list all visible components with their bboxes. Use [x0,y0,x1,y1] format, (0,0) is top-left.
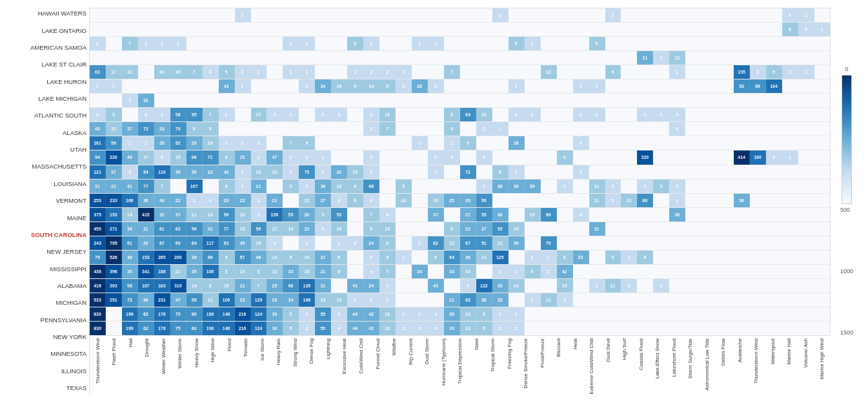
heatmap-cell[interactable]: 31 [203,222,219,236]
heatmap-cell[interactable] [685,108,701,121]
heatmap-cell[interactable]: 45 [235,236,251,250]
heatmap-cell[interactable]: 7 [251,279,267,293]
heatmap-cell[interactable] [525,236,541,250]
heatmap-cell[interactable]: 22 [235,194,251,207]
heatmap-cell[interactable] [396,122,412,136]
heatmap-cell[interactable] [685,293,701,307]
heatmap-cell[interactable] [573,307,589,321]
heatmap-cell[interactable]: 37 [428,208,444,221]
heatmap-cell[interactable] [170,51,187,65]
heatmap-cell[interactable] [669,23,685,36]
heatmap-cell[interactable] [557,94,573,107]
heatmap-cell[interactable]: 37 [106,165,122,179]
heatmap-cell[interactable] [637,279,653,293]
heatmap-cell[interactable]: 20 [138,236,154,250]
heatmap-cell[interactable] [347,94,363,107]
heatmap-cell[interactable] [299,23,315,36]
heatmap-cell[interactable] [621,65,637,79]
heatmap-cell[interactable] [283,122,299,136]
heatmap-cell[interactable] [766,293,782,307]
heatmap-cell[interactable] [363,8,379,22]
heatmap-cell[interactable]: 30 [187,165,203,179]
heatmap-cell[interactable] [315,8,331,22]
heatmap-cell[interactable]: 1 [525,293,541,307]
heatmap-cell[interactable] [106,94,122,107]
heatmap-cell[interactable]: 23 [235,293,251,307]
heatmap-cell[interactable] [782,222,798,236]
heatmap-cell[interactable]: 16 [379,307,396,321]
heatmap-cell[interactable] [669,236,685,250]
heatmap-cell[interactable] [396,279,412,293]
heatmap-cell[interactable] [653,236,669,250]
heatmap-cell[interactable] [814,150,830,164]
heatmap-cell[interactable]: 1 [90,79,106,93]
heatmap-cell[interactable] [589,165,605,179]
heatmap-cell[interactable]: 21 [589,222,605,236]
heatmap-cell[interactable] [766,307,782,321]
heatmap-cell[interactable] [283,94,299,107]
heatmap-cell[interactable] [541,108,557,121]
heatmap-cell[interactable] [685,307,701,321]
heatmap-cell[interactable] [685,251,701,264]
heatmap-cell[interactable]: 41 [122,180,138,193]
heatmap-cell[interactable]: 38 [734,194,750,207]
heatmap-cell[interactable]: 95 [187,108,203,121]
heatmap-cell[interactable]: 6 [219,150,235,164]
heatmap-cell[interactable] [701,136,718,150]
heatmap-cell[interactable] [541,51,557,65]
heatmap-cell[interactable] [701,222,718,236]
heatmap-cell[interactable] [315,37,331,50]
heatmap-cell[interactable] [170,23,187,36]
heatmap-cell[interactable] [701,150,718,164]
heatmap-cell[interactable]: 199 [122,322,138,335]
heatmap-cell[interactable] [653,293,669,307]
heatmap-cell[interactable]: 10 [267,165,283,179]
heatmap-cell[interactable]: 14 [122,208,138,221]
heatmap-cell[interactable]: 39 [154,136,170,150]
heatmap-cell[interactable]: 2 [187,194,203,207]
heatmap-cell[interactable]: 5 [444,222,460,236]
heatmap-cell[interactable]: 2 [235,65,251,79]
heatmap-cell[interactable] [685,222,701,236]
heatmap-cell[interactable]: 29 [267,293,283,307]
heatmap-cell[interactable] [525,150,541,164]
heatmap-cell[interactable]: 1 [251,65,267,79]
heatmap-cell[interactable] [428,180,444,193]
heatmap-cell[interactable]: 167 [187,180,203,193]
heatmap-cell[interactable]: 10 [476,108,492,121]
heatmap-cell[interactable]: 25 [492,293,509,307]
heatmap-cell[interactable] [589,65,605,79]
heatmap-cell[interactable]: 87 [154,236,170,250]
heatmap-cell[interactable] [734,307,750,321]
heatmap-cell[interactable] [701,265,718,278]
heatmap-cell[interactable] [814,279,830,293]
heatmap-cell[interactable]: 153 [138,251,154,264]
heatmap-cell[interactable] [412,94,428,107]
heatmap-cell[interactable] [814,65,830,79]
heatmap-cell[interactable] [637,322,653,335]
heatmap-cell[interactable] [653,8,669,22]
heatmap-cell[interactable] [734,94,750,107]
heatmap-cell[interactable]: 1 [396,251,412,264]
heatmap-cell[interactable] [235,37,251,50]
heatmap-cell[interactable] [219,122,235,136]
heatmap-cell[interactable] [653,194,669,207]
heatmap-cell[interactable]: 1 [605,8,621,22]
heatmap-cell[interactable]: 11 [605,279,621,293]
heatmap-cell[interactable]: 62 [138,307,154,321]
heatmap-cell[interactable] [219,37,235,50]
heatmap-cell[interactable] [267,122,283,136]
heatmap-cell[interactable]: 2 [541,265,557,278]
heatmap-cell[interactable] [637,265,653,278]
heatmap-cell[interactable]: 24 [412,265,428,278]
heatmap-cell[interactable] [492,79,509,93]
heatmap-cell[interactable] [718,293,734,307]
heatmap-cell[interactable] [396,8,412,22]
heatmap-cell[interactable]: 82 [428,236,444,250]
heatmap-cell[interactable] [347,108,363,121]
heatmap-cell[interactable] [557,222,573,236]
heatmap-cell[interactable] [219,51,235,65]
heatmap-cell[interactable]: 14 [460,265,476,278]
heatmap-cell[interactable]: 1 [637,180,653,193]
heatmap-cell[interactable] [267,65,283,79]
